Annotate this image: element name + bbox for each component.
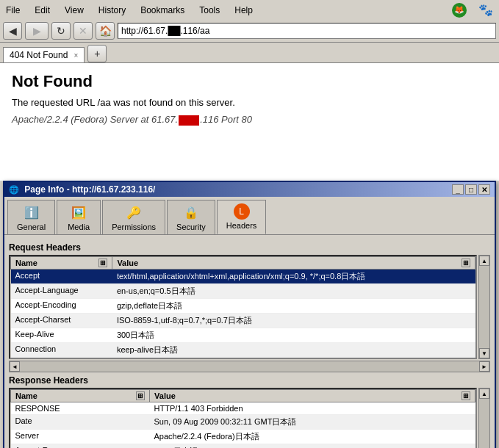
tab-media-label: Media <box>68 223 90 231</box>
redacted-ip <box>179 115 199 126</box>
tab-permissions-label: Permissions <box>112 223 156 231</box>
menu-tools[interactable]: Tools <box>196 4 223 17</box>
req-col-value: Value ⊞ <box>112 257 475 270</box>
home-button[interactable]: 🏠 <box>96 22 115 40</box>
table-row[interactable]: Accepttext/html,application/xhtml+xml,ap… <box>11 270 475 284</box>
table-row[interactable]: Accept-Encodinggzip,deflate日本語 <box>11 299 475 314</box>
res-name-expand[interactable]: ⊞ <box>136 391 145 400</box>
page-server-info: Apache/2.2.4 (Fedora) Server at 61.67..1… <box>12 114 487 126</box>
table-row[interactable]: Accept-Rangesbytes日本語 <box>11 444 475 449</box>
req-value-expand[interactable]: ⊞ <box>462 259 470 267</box>
response-headers-vscroll[interactable]: ▲ ▼ <box>478 388 490 448</box>
req-hscroll-right[interactable]: ► <box>479 361 489 372</box>
request-headers-table: Name ⊞ Value ⊞ Accepttext/html,applicati… <box>10 256 475 358</box>
req-name-expand[interactable]: ⊞ <box>98 259 107 267</box>
req-scroll-track[interactable] <box>479 266 489 348</box>
page-subtitle: The requested URL /aa was not found on t… <box>12 97 487 108</box>
tab-headers-label: Headers <box>226 221 257 230</box>
browser-content: Not Found The requested URL /aa was not … <box>0 63 499 181</box>
menu-file[interactable]: File <box>3 4 23 17</box>
back-button[interactable]: ◀ <box>3 22 22 40</box>
req-col-name: Name ⊞ <box>11 257 112 270</box>
req-scroll-up[interactable]: ▲ <box>479 256 489 266</box>
dialog-tabs: ℹ️ General 🖼️ Media 🔑 Permissions 🔒 Secu… <box>4 197 495 234</box>
req-scroll-down[interactable]: ▼ <box>479 348 489 358</box>
permissions-icon: 🔑 <box>125 203 143 221</box>
dialog-titlebar: 🌐 Page Info - http://61.67.233.116/ _ □ … <box>4 182 495 197</box>
req-hscroll-left[interactable]: ◄ <box>10 361 20 372</box>
menu-bar: File Edit View History Bookmarks Tools H… <box>0 0 499 20</box>
table-row[interactable]: Connectionkeep-alive日本語 <box>11 343 475 358</box>
page-info-dialog: 🌐 Page Info - http://61.67.233.116/ _ □ … <box>3 181 496 448</box>
response-headers-table: Name ⊞ Value ⊞ RESPONSEHTTP/1.1 403 Forb… <box>10 389 475 448</box>
address-input[interactable] <box>118 23 496 39</box>
close-button[interactable]: ✕ <box>478 184 490 195</box>
media-icon: 🖼️ <box>70 203 87 221</box>
menu-bookmarks[interactable]: Bookmarks <box>137 4 187 17</box>
dialog-title: Page Info - http://61.67.233.116/ <box>24 184 155 195</box>
res-scroll-up[interactable]: ▲ <box>479 389 489 399</box>
headers-icon: L <box>234 203 250 220</box>
maximize-button[interactable]: □ <box>465 184 477 195</box>
general-icon: ℹ️ <box>23 203 40 221</box>
menu-history[interactable]: History <box>96 4 129 17</box>
dialog-body: Request Headers Name ⊞ Value ⊞ <box>4 234 495 448</box>
request-headers-title: Request Headers <box>9 242 490 253</box>
fox-icon: 🐾 <box>475 1 496 18</box>
tab-close-button[interactable]: × <box>73 51 78 59</box>
security-icon: 🔒 <box>182 203 200 221</box>
req-hscroll-track[interactable] <box>20 361 479 372</box>
browser-logo: 🦊 <box>452 3 467 18</box>
tab-general-label: General <box>17 223 46 231</box>
forward-button[interactable]: ▶ <box>25 22 49 40</box>
tab-general[interactable]: ℹ️ General <box>7 200 55 234</box>
tab-security-label: Security <box>176 223 206 231</box>
tab-bar: 404 Not Found × + <box>0 43 499 62</box>
toolbar: ◀ ▶ ↻ ✕ 🏠 <box>0 20 499 43</box>
res-col-value: Value ⊞ <box>150 390 475 402</box>
request-headers-table-container: Name ⊞ Value ⊞ Accepttext/html,applicati… <box>9 255 477 359</box>
tab-security[interactable]: 🔒 Security <box>167 200 215 234</box>
request-headers-vscroll[interactable]: ▲ ▼ <box>478 255 490 359</box>
res-value-expand[interactable]: ⊞ <box>462 391 470 400</box>
request-headers-hscroll[interactable]: ◄ ► <box>9 361 490 372</box>
tab-headers[interactable]: L Headers <box>217 200 267 234</box>
menu-view[interactable]: View <box>62 4 87 17</box>
reload-button[interactable]: ↻ <box>51 22 71 40</box>
response-headers-title: Response Headers <box>9 375 490 386</box>
table-row[interactable]: RESPONSEHTTP/1.1 403 Forbidden <box>11 402 475 415</box>
titlebar-controls: _ □ ✕ <box>452 184 490 195</box>
new-tab-button[interactable]: + <box>87 45 107 62</box>
res-col-name: Name ⊞ <box>11 390 150 402</box>
browser-chrome: File Edit View History Bookmarks Tools H… <box>0 0 499 63</box>
table-row[interactable]: DateSun, 09 Aug 2009 00:32:11 GMT日本語 <box>11 415 475 430</box>
response-headers-table-container: Name ⊞ Value ⊞ RESPONSEHTTP/1.1 403 Forb… <box>9 388 477 448</box>
table-row[interactable]: Accept-CharsetISO-8859-1,utf-8;q=0.7,*;q… <box>11 314 475 328</box>
menu-help[interactable]: Help <box>231 4 256 17</box>
page-title: Not Found <box>12 72 487 91</box>
table-row[interactable]: ServerApache/2.2.4 (Fedora)日本語 <box>11 430 475 444</box>
minimize-button[interactable]: _ <box>452 184 464 195</box>
table-row[interactable]: Keep-Alive300日本語 <box>11 328 475 343</box>
table-row[interactable]: Accept-Languageen-us,en;q=0.5日本語 <box>11 284 475 299</box>
browser-tab-active[interactable]: 404 Not Found × <box>3 47 85 62</box>
stop-button[interactable]: ✕ <box>73 22 93 40</box>
address-bar-container <box>118 23 496 39</box>
tab-label: 404 Not Found <box>10 50 68 60</box>
res-scroll-track[interactable] <box>479 399 489 448</box>
dialog-icon: 🌐 <box>9 185 19 194</box>
tab-permissions[interactable]: 🔑 Permissions <box>102 200 165 234</box>
tab-media[interactable]: 🖼️ Media <box>57 200 101 234</box>
menu-edit[interactable]: Edit <box>32 4 53 17</box>
